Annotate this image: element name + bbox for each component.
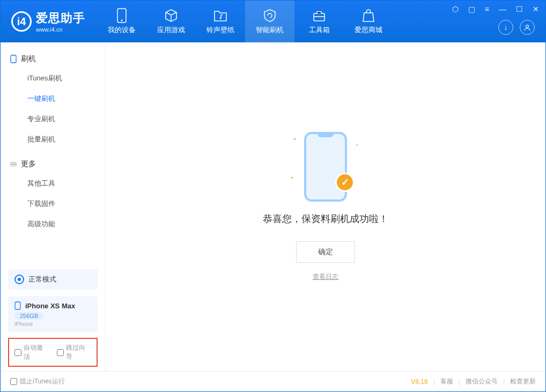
app-header: i4 爱思助手 www.i4.cn 我的设备 应用游戏 铃声壁纸 智能刷机 工具… [1, 1, 545, 42]
svg-point-2 [220, 18, 222, 19]
bag-icon [361, 8, 376, 23]
version-label: V8.16 [411, 378, 427, 386]
maximize-icon[interactable]: ☐ [514, 4, 525, 14]
sidebar-item-other-tools[interactable]: 其他工具 [1, 173, 105, 194]
confirm-button[interactable]: 确定 [296, 241, 355, 263]
shirt-icon[interactable]: ⬡ [450, 4, 461, 14]
view-log-link[interactable]: 查看日志 [313, 272, 338, 282]
mode-box[interactable]: 正常模式 [8, 269, 98, 290]
footer: 阻止iTunes运行 V8.16 | 客服 | 微信公众号 | 检查更新 [1, 371, 545, 391]
list-icon [10, 162, 17, 167]
svg-rect-3 [314, 13, 324, 21]
sidebar: 刷机 iTunes刷机 一键刷机 专业刷机 批量刷机 更多 其他工具 下载固件 … [1, 42, 106, 371]
sidebar-item-itunes-flash[interactable]: iTunes刷机 [1, 68, 105, 88]
sparkle-icon: ✦ [291, 136, 298, 143]
main-tabs: 我的设备 应用游戏 铃声壁纸 智能刷机 工具箱 爱思商城 [97, 1, 393, 42]
header-action-icons: ↓ [498, 20, 535, 35]
refresh-shield-icon [262, 8, 277, 23]
music-folder-icon [213, 8, 228, 23]
box-icon[interactable]: ▢ [466, 4, 477, 14]
sidebar-item-download-firmware[interactable]: 下载固件 [1, 194, 105, 214]
footer-link-wechat[interactable]: 微信公众号 [466, 377, 498, 386]
sparkle-icon: ✦ [354, 142, 360, 148]
tab-ringtones[interactable]: 铃声壁纸 [196, 1, 245, 42]
tab-my-device[interactable]: 我的设备 [97, 1, 146, 42]
close-icon[interactable]: ✕ [530, 4, 541, 14]
tab-store[interactable]: 爱思商城 [344, 1, 393, 42]
app-name: 爱思助手 [36, 10, 85, 26]
sidebar-group-more: 更多 [1, 155, 105, 173]
phone-icon [114, 8, 129, 23]
mode-label: 正常模式 [28, 275, 56, 284]
block-itunes-checkbox[interactable]: 阻止iTunes运行 [10, 377, 65, 386]
menu-icon[interactable]: ≡ [483, 4, 491, 14]
window-controls: ⬡ ▢ ≡ ― ☐ ✕ [450, 4, 541, 14]
sidebar-item-oneclick-flash[interactable]: 一键刷机 [1, 88, 105, 109]
footer-link-support[interactable]: 客服 [440, 377, 453, 386]
sidebar-item-pro-flash[interactable]: 专业刷机 [1, 109, 105, 129]
storage-badge: 256GB [14, 312, 43, 320]
auto-activate-checkbox[interactable]: 自动激活 [14, 343, 49, 361]
checkmark-badge-icon: ✓ [335, 173, 355, 192]
download-icon[interactable]: ↓ [498, 20, 513, 35]
toolbox-icon [312, 8, 327, 23]
mode-indicator-icon [14, 275, 24, 284]
tab-toolbox[interactable]: 工具箱 [294, 1, 344, 42]
tab-apps[interactable]: 应用游戏 [146, 1, 196, 42]
success-illustration: ✓ ✦ ✦ ✦ [304, 132, 347, 202]
footer-link-update[interactable]: 检查更新 [510, 377, 536, 386]
minimize-icon[interactable]: ― [497, 4, 508, 14]
user-icon[interactable] [520, 20, 535, 35]
sidebar-item-advanced[interactable]: 高级功能 [1, 214, 105, 234]
sidebar-group-flash: 刷机 [1, 50, 105, 68]
success-message: 恭喜您，保资料刷机成功啦！ [263, 212, 388, 225]
sidebar-item-batch-flash[interactable]: 批量刷机 [1, 129, 105, 150]
device-box[interactable]: iPhone XS Max 256GB iPhone [8, 296, 98, 332]
sparkle-icon: ✦ [289, 175, 295, 181]
logo-area: i4 爱思助手 www.i4.cn [1, 10, 97, 33]
device-name: iPhone XS Max [25, 302, 75, 310]
svg-rect-6 [15, 302, 20, 309]
main-content: ✓ ✦ ✦ ✦ 恭喜您，保资料刷机成功啦！ 确定 查看日志 [106, 42, 545, 371]
skip-guide-checkbox[interactable]: 跳过向导 [57, 343, 92, 361]
logo-icon: i4 [11, 11, 32, 32]
tab-flash[interactable]: 智能刷机 [245, 1, 294, 42]
device-type: iPhone [14, 321, 91, 327]
svg-rect-5 [11, 55, 16, 63]
app-url: www.i4.cn [36, 26, 85, 33]
device-phone-icon [14, 301, 21, 310]
cube-icon [164, 8, 179, 23]
svg-point-1 [121, 20, 123, 21]
option-checkboxes: 自动激活 跳过向导 [8, 338, 98, 367]
phone-small-icon [10, 55, 17, 63]
svg-point-4 [526, 25, 529, 28]
